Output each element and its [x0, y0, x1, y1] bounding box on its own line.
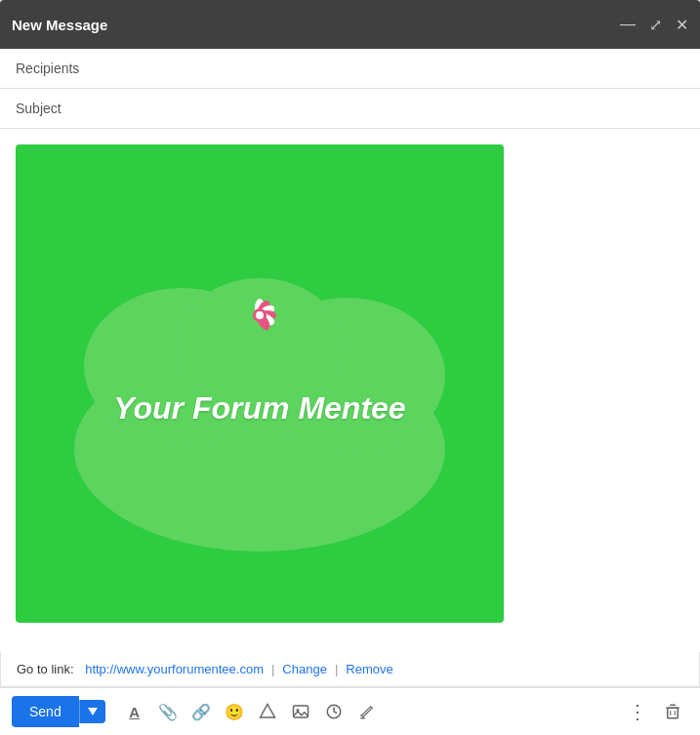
- formatting-button[interactable]: A: [119, 696, 150, 727]
- remove-link-button[interactable]: Remove: [346, 662, 392, 676]
- toolbar: Send A 📎 🔗 🙂: [0, 687, 700, 735]
- chevron-down-icon: [88, 708, 98, 715]
- email-body[interactable]: Your Forum Mentee: [0, 129, 700, 652]
- tooltip-prefix: Go to link:: [17, 662, 74, 676]
- close-button[interactable]: ✕: [676, 16, 688, 34]
- title-bar: New Message — ⤢ ✕: [0, 0, 700, 49]
- recipients-label: Recipients: [16, 61, 79, 76]
- maximize-button[interactable]: ⤢: [649, 16, 662, 34]
- subject-label: Subject: [16, 101, 74, 116]
- photo-button[interactable]: [285, 696, 316, 727]
- svg-marker-9: [260, 705, 274, 718]
- subject-input[interactable]: [74, 101, 684, 116]
- pen-icon: [358, 703, 376, 720]
- svg-marker-8: [88, 708, 98, 715]
- tooltip-url[interactable]: http://www.yourforumentee.com: [85, 662, 264, 676]
- link-tooltip: Go to link: http://www.yourforumentee.co…: [0, 652, 700, 687]
- toolbar-right: ⋮: [622, 696, 688, 727]
- change-link-button[interactable]: Change: [282, 662, 327, 676]
- compose-window: New Message — ⤢ ✕ Recipients Subject: [0, 0, 700, 735]
- delete-button[interactable]: [657, 696, 688, 727]
- flower-icon: [240, 296, 279, 339]
- svg-point-7: [256, 311, 264, 319]
- trash-icon: [664, 703, 681, 720]
- link-button[interactable]: 🔗: [185, 696, 217, 727]
- banner-image: Your Forum Mentee: [16, 144, 504, 623]
- subject-row: Subject: [0, 89, 700, 129]
- send-group: Send: [12, 696, 105, 727]
- window-controls: — ⤢ ✕: [620, 16, 688, 34]
- recipients-row: Recipients: [0, 49, 700, 89]
- banner-text: Your Forum Mentee: [113, 389, 405, 426]
- signature-button[interactable]: [351, 696, 383, 727]
- svg-line-14: [334, 712, 337, 714]
- recipients-input[interactable]: [79, 61, 684, 76]
- drive-icon: [259, 703, 276, 720]
- send-button[interactable]: Send: [12, 696, 79, 727]
- svg-rect-16: [668, 708, 679, 718]
- window-title: New Message: [12, 17, 107, 33]
- emoji-button[interactable]: 🙂: [219, 696, 250, 727]
- drive-button[interactable]: [252, 696, 283, 727]
- attachment-button[interactable]: 📎: [152, 696, 184, 727]
- more-insert-button[interactable]: [318, 696, 350, 727]
- minimize-button[interactable]: —: [620, 16, 636, 33]
- separator-2: |: [335, 662, 338, 676]
- separator-1: |: [271, 662, 274, 676]
- more-options-button[interactable]: ⋮: [622, 696, 653, 727]
- send-dropdown-button[interactable]: [79, 700, 105, 723]
- clock-icon: [325, 703, 343, 720]
- photo-icon: [292, 703, 309, 720]
- svg-rect-10: [293, 706, 308, 717]
